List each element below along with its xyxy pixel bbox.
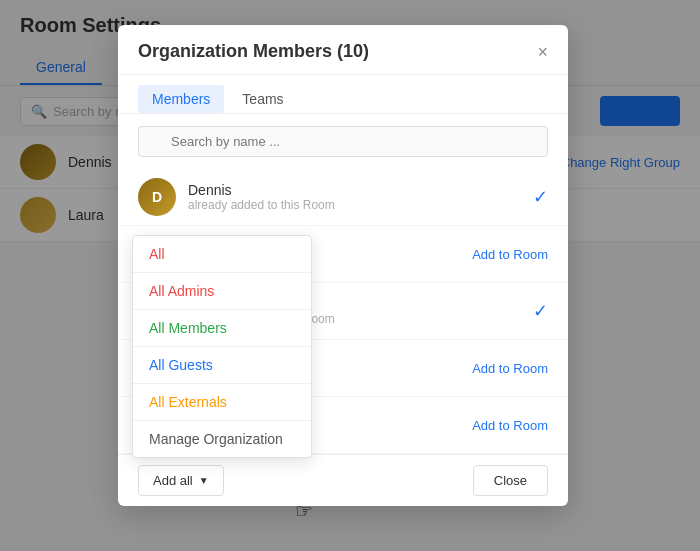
dropdown-item-all-guests[interactable]: All Guests (133, 347, 311, 384)
dropdown-item-manage-org[interactable]: Manage Organization (133, 421, 311, 457)
cursor: ☞ (295, 499, 313, 523)
modal-header: Organization Members (10) × (118, 25, 568, 75)
dropdown-item-all-admins[interactable]: All Admins (133, 273, 311, 310)
add-to-room-button-elsa[interactable]: Add to Room (472, 247, 548, 262)
modal-search-area: 🔍 (118, 114, 568, 169)
dropdown-item-all-members[interactable]: All Members (133, 310, 311, 347)
add-all-label: Add all (153, 473, 193, 488)
tab-teams[interactable]: Teams (228, 85, 297, 113)
added-check-icon: ✓ (533, 300, 548, 322)
add-all-dropdown: All All Admins All Members All Guests Al… (132, 235, 312, 458)
modal-footer: All All Admins All Members All Guests Al… (118, 454, 568, 506)
dropdown-item-all[interactable]: All (133, 236, 311, 273)
add-to-room-button-lina[interactable]: Add to Room (472, 361, 548, 376)
close-icon[interactable]: × (537, 43, 548, 61)
organization-members-modal: Organization Members (10) × Members Team… (118, 25, 568, 506)
search-input[interactable] (138, 126, 548, 157)
added-check-icon: ✓ (533, 186, 548, 208)
avatar: D (138, 178, 176, 216)
add-to-room-button-mona[interactable]: Add to Room (472, 418, 548, 433)
member-row-dennis: D Dennis already added to this Room ✓ (118, 169, 568, 226)
member-sub: already added to this Room (188, 198, 533, 212)
member-name: Dennis (188, 182, 533, 198)
dropdown-item-all-externals[interactable]: All Externals (133, 384, 311, 421)
search-wrapper: 🔍 (138, 126, 548, 157)
add-all-button[interactable]: Add all ▼ (138, 465, 224, 496)
member-info-dennis: Dennis already added to this Room (188, 182, 533, 212)
modal-title: Organization Members (10) (138, 41, 369, 62)
chevron-down-icon: ▼ (199, 475, 209, 486)
modal-tabs: Members Teams (118, 75, 568, 114)
close-modal-button[interactable]: Close (473, 465, 548, 496)
tab-members[interactable]: Members (138, 85, 224, 113)
